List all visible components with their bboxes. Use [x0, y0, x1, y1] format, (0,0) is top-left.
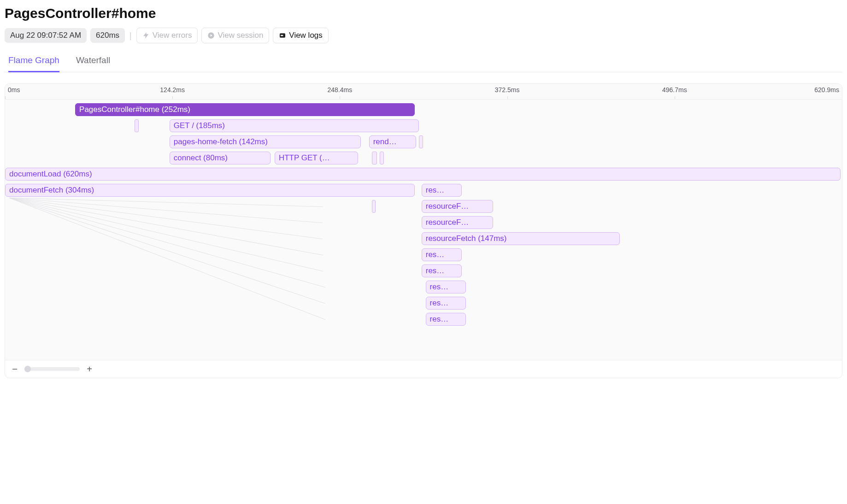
ruler-tick: 372.5ms [495, 86, 520, 94]
view-session-button[interactable]: View session [201, 28, 269, 43]
tab-waterfall[interactable]: Waterfall [76, 52, 110, 72]
span-bar[interactable]: connect (80ms) [170, 152, 271, 164]
view-errors-label: View errors [153, 31, 192, 40]
bolt-icon [142, 32, 150, 39]
span-bar[interactable]: res… [426, 297, 466, 310]
svg-rect-2 [281, 35, 283, 36]
span-bar[interactable]: res… [422, 264, 462, 277]
connector-line [9, 198, 325, 320]
page-title: PagesController#home [5, 6, 842, 21]
play-circle-icon [207, 32, 215, 39]
span-bar[interactable]: resourceF… [422, 216, 493, 229]
flame-area[interactable]: PagesController#home (252ms)GET / (185ms… [5, 100, 842, 360]
separator: | [129, 31, 133, 41]
zoom-out-button[interactable]: − [11, 365, 19, 373]
span-bar[interactable] [380, 152, 384, 164]
span-bar[interactable]: documentLoad (620ms) [5, 168, 841, 181]
span-bar[interactable]: PagesController#home (252ms) [75, 103, 415, 116]
span-bar[interactable]: GET / (185ms) [170, 119, 419, 132]
meta-row: Aug 22 09:07:52 AM 620ms | View errors V… [5, 28, 842, 43]
span-bar[interactable]: resourceF… [422, 200, 493, 213]
connector-line [9, 198, 323, 271]
view-logs-button[interactable]: View logs [273, 28, 328, 43]
flame-canvas: 0ms124.2ms248.4ms372.5ms496.7ms620.9ms P… [5, 83, 842, 378]
connector-line [9, 198, 323, 239]
span-bar[interactable]: HTTP GET (… [275, 152, 358, 164]
ruler-tick: 124.2ms [160, 86, 185, 94]
zoom-thumb[interactable] [24, 366, 31, 372]
view-errors-button[interactable]: View errors [136, 28, 198, 43]
connector-line [9, 198, 325, 304]
span-bar[interactable] [372, 200, 376, 213]
zoom-controls: − + [5, 360, 842, 378]
connector-line [9, 198, 323, 255]
logs-icon [279, 32, 286, 39]
tab-flame-graph[interactable]: Flame Graph [8, 52, 59, 72]
span-bar[interactable]: res… [426, 313, 466, 326]
zoom-in-button[interactable]: + [85, 365, 94, 373]
span-bar[interactable]: pages-home-fetch (142ms) [170, 135, 361, 148]
span-bar[interactable] [135, 119, 139, 132]
span-bar[interactable]: resourceFetch (147ms) [422, 232, 620, 245]
duration-pill: 620ms [90, 28, 125, 43]
view-logs-label: View logs [289, 31, 322, 40]
ruler-tick: 620.9ms [814, 86, 839, 94]
span-bar[interactable]: res… [426, 281, 466, 293]
ruler-tick: 0ms [8, 86, 20, 94]
connector-line [9, 198, 323, 207]
span-bar[interactable]: res… [422, 248, 462, 261]
span-bar[interactable]: rend… [369, 135, 416, 148]
span-bar[interactable]: res… [422, 184, 462, 197]
tabs: Flame Graph Waterfall [5, 52, 842, 72]
timestamp-pill: Aug 22 09:07:52 AM [5, 28, 87, 43]
ruler-tick: 248.4ms [328, 86, 353, 94]
zoom-slider[interactable] [24, 367, 80, 371]
view-session-label: View session [218, 31, 263, 40]
time-ruler: 0ms124.2ms248.4ms372.5ms496.7ms620.9ms [5, 84, 842, 100]
span-bar[interactable] [372, 152, 377, 164]
ruler-tick: 496.7ms [662, 86, 687, 94]
span-bar[interactable] [419, 135, 423, 148]
span-bar[interactable]: documentFetch (304ms) [5, 184, 415, 197]
connector-line [9, 198, 323, 223]
connector-line [9, 198, 325, 287]
